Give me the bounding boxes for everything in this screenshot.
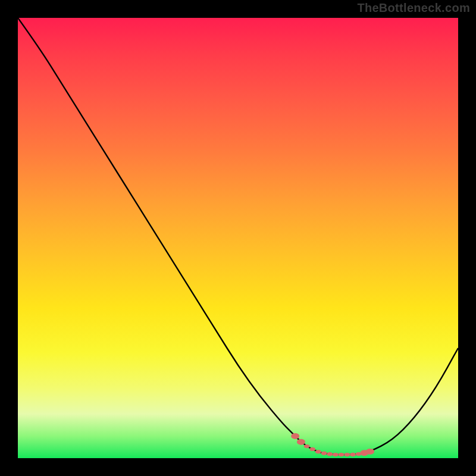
optimal-range-dot — [339, 453, 345, 456]
watermark-text: TheBottleneck.com — [357, 1, 470, 15]
optimal-range-dot — [291, 433, 299, 439]
optimal-range-dot — [333, 453, 339, 456]
bottleneck-curve — [18, 18, 458, 458]
optimal-range-dot — [309, 447, 315, 451]
optimal-range-dot — [321, 452, 327, 455]
chart-frame: TheBottleneck.com — [0, 0, 476, 476]
optimal-range-dot — [327, 452, 333, 456]
optimal-range-dot — [350, 453, 356, 456]
plot-area — [18, 18, 458, 458]
optimal-range-dot — [297, 439, 305, 445]
optimal-range-dot — [366, 449, 374, 455]
optimal-range-dot — [344, 453, 350, 456]
optimal-range-dot — [304, 444, 310, 448]
optimal-range-dot — [315, 450, 321, 453]
